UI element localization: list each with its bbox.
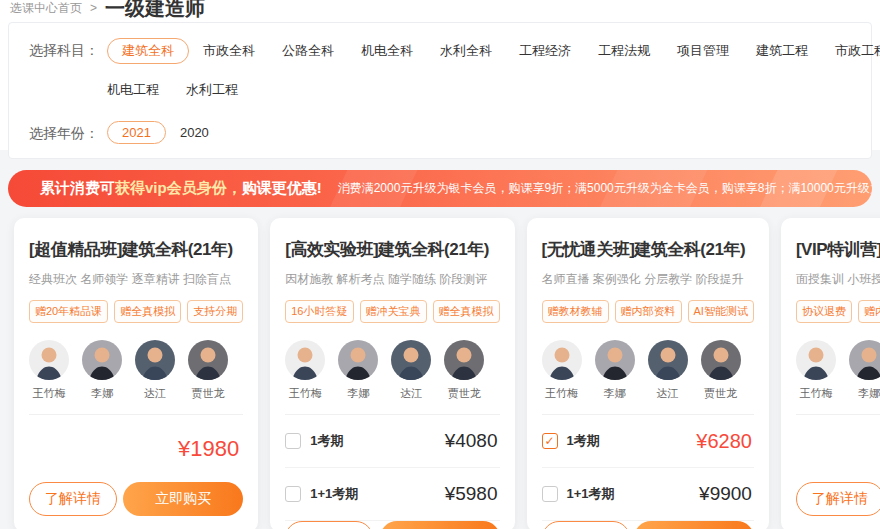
- subject-option[interactable]: 工程经济: [519, 38, 571, 64]
- year-filter-label: 选择年份：: [29, 121, 107, 144]
- subject-option[interactable]: 水利工程: [186, 77, 238, 103]
- detail-button[interactable]: 了解详情: [796, 482, 880, 516]
- teacher-name: 李娜: [338, 386, 378, 401]
- teacher[interactable]: 贾世龙: [444, 340, 484, 401]
- option-checkbox[interactable]: [285, 433, 301, 449]
- teacher-name: 达江: [391, 386, 431, 401]
- breadcrumb-home-link[interactable]: 选课中心首页: [10, 0, 82, 17]
- teacher[interactable]: 王竹梅: [285, 340, 325, 401]
- course-option-row: 1+1考期 ¥5980: [285, 468, 499, 521]
- teacher-avatar: [444, 340, 484, 380]
- detail-button[interactable]: 了解详情: [29, 482, 117, 516]
- course-tag: 赠内部资料: [858, 300, 880, 323]
- teacher-name: 李娜: [849, 386, 880, 401]
- teacher-list: 王竹梅 李娜 达江 贾世龙: [796, 340, 880, 401]
- teacher-name: 王竹梅: [796, 386, 836, 401]
- teacher-avatar: [849, 340, 880, 380]
- subject-option[interactable]: 机电工程: [107, 77, 159, 103]
- subject-options: 建筑全科 市政全科 公路全科 机电全科 水利全科 工程经济 工程法规 项目管理 …: [107, 38, 880, 103]
- course-tag: 赠教材教辅: [542, 300, 609, 323]
- teacher[interactable]: 贾世龙: [701, 340, 741, 401]
- price-area: ¥22980: [796, 415, 880, 482]
- course-title: [高效实验班]建筑全科(21年): [285, 238, 499, 261]
- teacher-name: 贾世龙: [188, 386, 228, 401]
- teacher-name: 达江: [648, 386, 688, 401]
- subject-option[interactable]: 市政全科: [203, 38, 255, 64]
- subject-option[interactable]: 机电全科: [361, 38, 413, 64]
- course-title: [超值精品班]建筑全科(21年): [29, 238, 243, 261]
- teacher[interactable]: 李娜: [849, 340, 880, 401]
- detail-button[interactable]: 了解详情: [542, 521, 630, 529]
- teacher-name: 王竹梅: [285, 386, 325, 401]
- option-checkbox-checked[interactable]: ✓: [542, 433, 558, 449]
- teacher-avatar: [648, 340, 688, 380]
- teacher-list: 王竹梅 李娜 达江 贾世龙: [542, 340, 754, 401]
- year-options: 2021 2020: [107, 121, 857, 144]
- course-card: [超值精品班]建筑全科(21年) 经典班次 名师领学 逐章精讲 扫除盲点 赠20…: [14, 218, 258, 529]
- teacher[interactable]: 王竹梅: [542, 340, 582, 401]
- course-subtitle: 面授集训 小班授课 严管督学 服务升级: [796, 271, 880, 288]
- option-price: ¥9900: [699, 483, 754, 505]
- teacher[interactable]: 达江: [135, 340, 175, 401]
- subject-options-line1: 建筑全科 市政全科 公路全科 机电全科 水利全科 工程经济 工程法规 项目管理 …: [107, 38, 880, 64]
- course-option-row: ✓ 1考期 ¥6280: [542, 415, 754, 468]
- subject-filter-row: 选择科目： 建筑全科 市政全科 公路全科 机电全科 水利全科 工程经济 工程法规…: [29, 38, 857, 103]
- subject-option[interactable]: 工程法规: [598, 38, 650, 64]
- course-tags: 协议退费 赠内部资料 赠面授讲义: [796, 300, 880, 323]
- course-price: ¥1980: [29, 415, 243, 482]
- price-area: ✓ 1考期 ¥6280 1+1考期 ¥9900: [542, 415, 754, 521]
- option-checkbox[interactable]: [285, 486, 301, 502]
- option-label: 1考期: [567, 432, 600, 450]
- teacher-name: 王竹梅: [29, 386, 69, 401]
- price-area: 1考期 ¥4080 1+1考期 ¥5980: [285, 415, 499, 521]
- subject-option-selected[interactable]: 建筑全科: [107, 38, 189, 64]
- course-tag: 16小时答疑: [285, 300, 353, 323]
- course-tag: 协议退费: [796, 300, 852, 323]
- subject-option[interactable]: 建筑工程: [756, 38, 808, 64]
- teacher[interactable]: 王竹梅: [796, 340, 836, 401]
- teacher-name: 达江: [135, 386, 175, 401]
- teacher-name: 贾世龙: [701, 386, 741, 401]
- card-actions: 了解详情 立即购买: [796, 482, 880, 516]
- teacher[interactable]: 贾世龙: [188, 340, 228, 401]
- buy-button[interactable]: 立即购买: [634, 521, 754, 529]
- course-tag: 赠冲关宝典: [360, 300, 427, 323]
- course-tag: 支持分期: [187, 300, 243, 323]
- vip-banner-detail: 消费满2000元升级为银卡会员，购课享9折；满5000元升级为金卡会员，购课享8…: [338, 180, 872, 197]
- buy-button[interactable]: 立即购买: [123, 482, 243, 516]
- teacher-name: 贾世龙: [444, 386, 484, 401]
- year-option[interactable]: 2020: [180, 121, 209, 144]
- option-label: 1考期: [310, 432, 343, 450]
- teacher[interactable]: 李娜: [338, 340, 378, 401]
- teacher-avatar: [188, 340, 228, 380]
- vip-banner[interactable]: 累计消费可获得vip会员身份，购课更优惠! 消费满2000元升级为银卡会员，购课…: [8, 170, 872, 207]
- subject-option[interactable]: 市政工程: [835, 38, 880, 64]
- option-price: ¥6280: [696, 430, 754, 453]
- detail-button[interactable]: 了解详情: [285, 521, 373, 529]
- teacher[interactable]: 李娜: [82, 340, 122, 401]
- subject-option[interactable]: 公路全科: [282, 38, 334, 64]
- course-tag: 赠内部资料: [615, 300, 682, 323]
- subject-option[interactable]: 项目管理: [677, 38, 729, 64]
- course-option-row: 1考期 ¥4080: [285, 415, 499, 468]
- filter-panel: 选择科目： 建筑全科 市政全科 公路全科 机电全科 水利全科 工程经济 工程法规…: [8, 22, 872, 159]
- card-actions: 了解详情 立即购买: [542, 521, 754, 529]
- teacher-avatar: [796, 340, 836, 380]
- buy-button[interactable]: 立即购买: [380, 521, 500, 529]
- option-checkbox[interactable]: [542, 486, 558, 502]
- course-card-list: [超值精品班]建筑全科(21年) 经典班次 名师领学 逐章精讲 扫除盲点 赠20…: [14, 218, 866, 529]
- course-subtitle: 因材施教 解析考点 随学随练 阶段测评: [285, 271, 499, 288]
- teacher[interactable]: 达江: [648, 340, 688, 401]
- course-tags: 赠20年精品课 赠全真模拟 支持分期: [29, 300, 243, 323]
- year-option-selected[interactable]: 2021: [107, 121, 166, 144]
- subject-option[interactable]: 水利全科: [440, 38, 492, 64]
- option-label: 1+1考期: [310, 485, 358, 503]
- teacher-avatar: [542, 340, 582, 380]
- teacher-avatar: [29, 340, 69, 380]
- breadcrumb-separator: >: [90, 1, 97, 15]
- teacher[interactable]: 王竹梅: [29, 340, 69, 401]
- teacher[interactable]: 达江: [391, 340, 431, 401]
- teacher[interactable]: 李娜: [595, 340, 635, 401]
- subject-options-line2: 机电工程 水利工程: [107, 77, 880, 103]
- course-tag: 赠20年精品课: [29, 300, 108, 323]
